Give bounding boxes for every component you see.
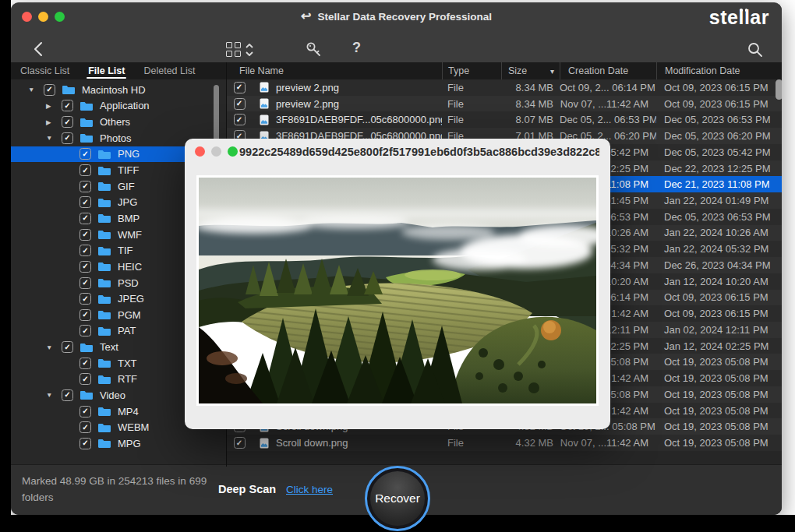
checkbox[interactable]: ✓ <box>80 373 91 385</box>
checkbox[interactable]: ✓ <box>80 325 91 336</box>
folder-icon <box>80 100 94 111</box>
tree-item-label: Video <box>100 389 125 401</box>
checkbox[interactable]: ✓ <box>80 261 91 273</box>
stellar-logo: stellar <box>709 6 769 29</box>
modification-date: Oct 19, 2023 05:08 PM <box>656 405 782 417</box>
preview-close-button[interactable] <box>195 146 205 157</box>
checkbox[interactable]: ✓ <box>80 406 91 417</box>
column-header-modification-date[interactable]: Modification Date <box>656 62 782 79</box>
column-header-size[interactable]: Size ▾ <box>501 62 560 79</box>
expander-icon[interactable]: ▼ <box>46 344 62 351</box>
creation-date: Dec 05, 2... 06:53 PM <box>560 114 656 125</box>
tree-item-label: PAT <box>118 325 136 336</box>
file-list-scrollbar[interactable] <box>776 79 782 100</box>
file-size: 8.34 MB <box>501 82 560 93</box>
folder-icon <box>97 374 111 385</box>
tree-item-label: JPEG <box>118 293 144 305</box>
tree-item-label: MPG <box>118 438 141 449</box>
file-type: File <box>442 437 501 449</box>
preview-zoom-button[interactable] <box>228 146 238 157</box>
modification-date: Oct 09, 2023 06:15 PM <box>656 291 782 303</box>
checkbox[interactable]: ✓ <box>80 148 91 160</box>
checkbox[interactable]: ✓ <box>80 438 91 449</box>
column-header-file-name[interactable]: File Name <box>226 62 442 79</box>
modification-date: Oct 09, 2023 06:15 PM <box>656 98 782 110</box>
preview-minimize-button[interactable] <box>211 146 221 157</box>
checkbox[interactable]: ✓ <box>234 437 246 449</box>
checkbox[interactable]: ✓ <box>80 421 91 433</box>
file-name: Scroll down.png <box>276 437 442 449</box>
checkbox[interactable]: ✓ <box>234 98 246 110</box>
tree-item-label: Macintosh HD <box>82 84 146 96</box>
tab-file-list[interactable]: File List <box>79 62 134 79</box>
checkbox[interactable]: ✓ <box>234 114 246 125</box>
modification-date: Oct 19, 2023 05:08 PM <box>656 372 782 384</box>
checkbox[interactable]: ✓ <box>80 164 91 176</box>
checkbox[interactable]: ✓ <box>80 213 91 224</box>
table-row[interactable]: ✓ preview 2.png File 8.34 MB Oct 09, 2..… <box>226 79 782 96</box>
file-size: 4.32 MB <box>501 437 560 449</box>
tab-classic-list[interactable]: Classic List <box>11 62 79 79</box>
table-row[interactable]: ✓ Scroll down.png File 4.32 MB Nov 07, .… <box>226 435 782 451</box>
tab-deleted-list[interactable]: Deleted List <box>134 62 204 79</box>
checkbox[interactable]: ✓ <box>80 358 91 369</box>
image-file-icon <box>260 98 269 109</box>
checkbox[interactable]: ✓ <box>62 116 73 128</box>
activation-key-icon[interactable] <box>306 41 323 58</box>
search-icon[interactable] <box>747 41 764 58</box>
checkbox[interactable]: ✓ <box>80 277 91 289</box>
modification-date: Jan 02, 2024 12:11 PM <box>656 324 782 336</box>
table-row[interactable]: ✓ 3F8691DAEB9FDF...05c6800000.png File 8… <box>226 111 782 128</box>
file-name: preview 2.png <box>276 82 442 93</box>
file-size: 8.34 MB <box>501 98 560 110</box>
back-icon[interactable] <box>33 41 44 58</box>
file-name: preview 2.png <box>276 98 442 110</box>
header-band: Classic List File List Deleted List File… <box>11 62 782 79</box>
folder-icon <box>97 229 111 240</box>
expander-icon[interactable]: ▶ <box>46 118 62 126</box>
recover-button[interactable]: Recover <box>365 466 430 531</box>
checkbox[interactable]: ✓ <box>80 309 91 321</box>
expander-icon[interactable]: ▼ <box>28 86 44 93</box>
folder-icon <box>97 326 111 336</box>
tree-item-others[interactable]: ▶ ✓ Others <box>11 114 226 130</box>
checkbox[interactable]: ✓ <box>80 181 91 192</box>
checkbox[interactable]: ✓ <box>80 293 91 305</box>
modification-date: Jan 22, 2024 01:49 PM <box>656 195 782 206</box>
preview-image <box>196 175 599 406</box>
checkbox[interactable]: ✓ <box>62 132 73 144</box>
checkbox[interactable]: ✓ <box>80 196 91 208</box>
checkbox[interactable]: ✓ <box>80 229 91 241</box>
modification-date: Dec 22, 2023 12:25 PM <box>656 163 782 174</box>
tree-item-label: RTF <box>118 373 137 385</box>
file-size: 8.07 MB <box>501 114 560 125</box>
checkbox[interactable]: ✓ <box>62 341 73 353</box>
tree-item-application[interactable]: ▶ ✓ Application <box>11 98 226 115</box>
expander-icon[interactable]: ▼ <box>46 134 62 142</box>
help-icon[interactable]: ? <box>352 40 361 56</box>
checkbox[interactable]: ✓ <box>62 100 73 111</box>
folder-icon <box>97 149 111 160</box>
expander-icon[interactable]: ▶ <box>46 102 62 110</box>
expander-icon[interactable]: ▼ <box>46 391 62 399</box>
tree-item-mpg[interactable]: ✓ MPG <box>11 435 226 452</box>
column-header-type[interactable]: Type <box>442 62 501 79</box>
checkbox[interactable]: ✓ <box>62 389 73 401</box>
file-type: File <box>442 82 501 93</box>
view-switch-icon[interactable] <box>226 42 241 57</box>
tree-item-label: TXT <box>118 358 137 369</box>
preview-window: 9922c25489d659d425e800f2f517991eb6d0f3b5… <box>185 139 610 429</box>
deep-scan-click-here-link[interactable]: Click here <box>286 484 333 495</box>
table-row[interactable]: ✓ preview 2.png File 8.34 MB Nov 07, ...… <box>226 96 782 112</box>
tree-item-label: WMF <box>118 229 142 241</box>
checkbox[interactable]: ✓ <box>234 82 246 93</box>
tree-item-macintosh-hd[interactable]: ▼ ✓ Macintosh HD <box>11 82 226 98</box>
checkbox[interactable]: ✓ <box>80 245 91 256</box>
folder-icon <box>97 245 111 256</box>
image-file-icon <box>260 82 269 93</box>
view-switch-chevrons-icon[interactable] <box>245 41 254 58</box>
sort-down-icon[interactable]: ▾ <box>550 67 554 76</box>
folder-icon <box>97 358 111 368</box>
checkbox[interactable]: ✓ <box>44 84 55 96</box>
column-header-creation-date[interactable]: Creation Date <box>560 62 656 79</box>
